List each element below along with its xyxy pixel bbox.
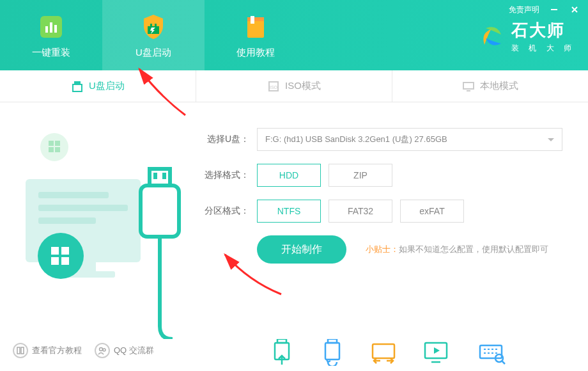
- simulate-boot-icon: [422, 339, 449, 366]
- svg-rect-33: [141, 186, 179, 237]
- illustration-panel: [0, 102, 192, 333]
- svg-rect-2: [50, 22, 52, 33]
- app-header: 一键重装 U盘启动 使用教程 石大师 装 机 大 师 免责声明: [0, 0, 588, 70]
- qq-group-link[interactable]: QQ 交流群: [95, 343, 154, 358]
- tool-restore-usb[interactable]: 还原U盘: [317, 339, 348, 371]
- nav-label: 使用教程: [236, 47, 275, 59]
- svg-rect-18: [49, 141, 54, 146]
- chart-icon: [36, 12, 66, 42]
- partition-option-fat32[interactable]: FAT32: [329, 200, 392, 223]
- tab-label: ISO模式: [285, 80, 321, 92]
- tab-usb-boot[interactable]: U盘启动: [0, 70, 196, 102]
- svg-rect-40: [325, 343, 339, 359]
- tip-text: 小贴士：如果不知道怎么配置，使用默认配置即可: [366, 244, 548, 255]
- book-icon: [241, 12, 270, 42]
- footer-links: 查看官方教程 QQ 交流群: [13, 343, 154, 358]
- svg-rect-20: [49, 147, 54, 152]
- partition-options: NTFS FAT32 exFAT: [257, 200, 464, 223]
- tool-format-convert[interactable]: 格式转换: [367, 339, 400, 371]
- svg-point-28: [38, 233, 84, 279]
- svg-rect-42: [373, 344, 394, 358]
- usb-monitor-illustration: [13, 122, 192, 339]
- tab-local[interactable]: 本地模式: [392, 70, 588, 102]
- tool-upgrade-usb[interactable]: 升级U盘: [267, 339, 297, 371]
- restore-usb-icon: [319, 339, 346, 366]
- config-form: 选择U盘： F:G: (hd1) USB SanDisk 3.2Gen1 (U盘…: [192, 102, 588, 333]
- tool-hotkey-query[interactable]: 快捷键查询: [472, 339, 513, 371]
- svg-rect-39: [277, 339, 286, 343]
- hotkey-query-icon: [479, 339, 506, 366]
- svg-rect-7: [251, 16, 254, 24]
- disk-select[interactable]: F:G: (hd1) USB SanDisk 3.2Gen1 (U盘) 27.6…: [257, 128, 562, 151]
- svg-rect-41: [328, 339, 337, 343]
- main-content: 选择U盘： F:G: (hd1) USB SanDisk 3.2Gen1 (U盘…: [0, 102, 588, 333]
- brand-subtitle: 装 机 大 师: [511, 43, 575, 54]
- nav-usb-boot[interactable]: U盘启动: [102, 0, 205, 70]
- close-button[interactable]: [569, 4, 580, 15]
- window-controls: 免责声明: [509, 4, 580, 15]
- svg-rect-25: [38, 217, 96, 224]
- svg-rect-29: [51, 247, 59, 255]
- partition-option-exfat[interactable]: exFAT: [400, 200, 464, 223]
- svg-rect-35: [153, 173, 157, 179]
- svg-rect-23: [38, 192, 109, 198]
- partition-label: 分区格式：: [198, 205, 249, 217]
- svg-rect-36: [162, 173, 166, 179]
- mode-tabs: U盘启动 ISO ISO模式 本地模式: [0, 70, 588, 102]
- official-tutorial-link[interactable]: 查看官方教程: [13, 343, 82, 358]
- iso-icon: ISO: [267, 80, 280, 93]
- minimize-button[interactable]: [548, 4, 560, 15]
- svg-rect-6: [247, 17, 264, 21]
- start-create-button[interactable]: 开始制作: [257, 235, 346, 264]
- tab-label: 本地模式: [480, 80, 518, 92]
- svg-rect-46: [480, 345, 502, 358]
- svg-rect-21: [55, 147, 60, 152]
- format-option-zip[interactable]: ZIP: [329, 164, 392, 187]
- svg-point-52: [103, 349, 105, 351]
- book-open-icon: [13, 343, 28, 358]
- format-option-hdd[interactable]: HDD: [257, 164, 321, 187]
- partition-option-ntfs[interactable]: NTFS: [257, 200, 321, 223]
- svg-line-50: [502, 361, 505, 364]
- nav-tutorial[interactable]: 使用教程: [205, 0, 307, 70]
- disk-label: 选择U盘：: [198, 134, 249, 145]
- svg-rect-19: [55, 141, 60, 146]
- brand-title: 石大师: [511, 19, 575, 42]
- usb-icon: [71, 80, 84, 93]
- format-options: HDD ZIP: [257, 164, 392, 187]
- svg-rect-30: [61, 247, 69, 255]
- footer-link-label: 查看官方教程: [32, 345, 82, 356]
- format-label: 选择格式：: [198, 170, 249, 181]
- nav-label: U盘启动: [135, 47, 171, 59]
- tool-simulate-boot[interactable]: 模拟启动: [419, 339, 453, 371]
- monitor-icon: [462, 80, 475, 93]
- svg-rect-31: [51, 257, 59, 265]
- nav-reinstall[interactable]: 一键重装: [0, 0, 102, 70]
- disclaimer-link[interactable]: 免责声明: [509, 4, 539, 15]
- disk-value: F:G: (hd1) USB SanDisk 3.2Gen1 (U盘) 27.6…: [265, 134, 447, 145]
- tip-label: 小贴士：: [366, 244, 399, 254]
- brand-logo-icon: [479, 23, 506, 50]
- nav-label: 一键重装: [32, 47, 70, 59]
- footer-link-label: QQ 交流群: [114, 345, 154, 356]
- svg-point-17: [40, 133, 68, 161]
- svg-rect-32: [61, 257, 69, 265]
- svg-rect-24: [38, 205, 128, 211]
- people-icon: [95, 343, 110, 358]
- svg-point-51: [100, 348, 103, 351]
- svg-rect-12: [73, 84, 82, 91]
- usb-shield-icon: [139, 12, 168, 42]
- tab-label: U盘启动: [89, 80, 125, 92]
- brand: 石大师 装 机 大 师: [479, 19, 575, 54]
- svg-rect-1: [45, 26, 48, 33]
- upgrade-usb-icon: [268, 339, 295, 366]
- svg-rect-3: [54, 25, 57, 33]
- svg-rect-15: [463, 83, 474, 89]
- svg-text:ISO: ISO: [270, 85, 278, 90]
- svg-marker-45: [434, 347, 440, 354]
- tab-iso[interactable]: ISO ISO模式: [196, 70, 392, 102]
- format-convert-icon: [370, 339, 397, 366]
- svg-rect-34: [150, 169, 170, 186]
